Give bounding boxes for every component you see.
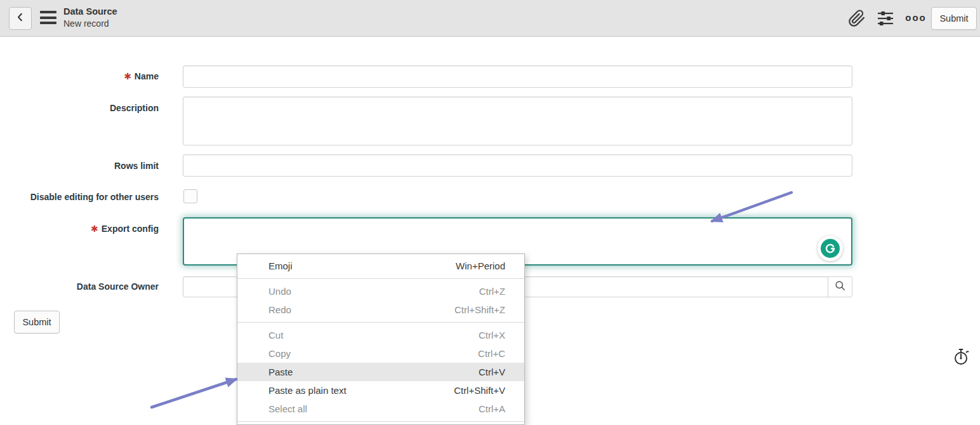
shortcut-hint: Ctrl+A xyxy=(479,403,505,414)
shortcut-hint: Win+Period xyxy=(456,260,505,271)
context-menu-item-copy: Copy Ctrl+C xyxy=(237,344,524,363)
search-icon xyxy=(834,280,847,295)
record-type-title: Data Source xyxy=(63,6,117,18)
name-label: ✱Name xyxy=(6,70,159,83)
grammarly-g-logo xyxy=(821,239,840,258)
menu-separator xyxy=(237,421,524,422)
record-subtitle: New record xyxy=(63,18,117,30)
menu-separator xyxy=(237,322,524,323)
header-submit-button[interactable]: Submit xyxy=(931,7,977,30)
context-menu-item-paste[interactable]: Paste Ctrl+V xyxy=(237,363,524,381)
context-menu-item-emoji[interactable]: Emoji Win+Period xyxy=(237,257,524,275)
menu-separator xyxy=(237,278,524,279)
paperclip-icon[interactable] xyxy=(848,9,866,30)
footer-submit-button[interactable]: Submit xyxy=(14,311,60,334)
context-menu-item-paste-plain[interactable]: Paste as plain text Ctrl+Shift+V xyxy=(237,381,524,400)
shortcut-hint: Ctrl+Z xyxy=(479,286,505,297)
browser-context-menu: Emoji Win+Period Undo Ctrl+Z Redo Ctrl+S… xyxy=(237,253,525,425)
data-source-owner-label: Data Source Owner xyxy=(6,280,159,293)
disable-editing-checkbox[interactable] xyxy=(183,189,197,203)
required-marker: ✱ xyxy=(91,224,98,234)
shortcut-hint: Ctrl+V xyxy=(479,367,505,377)
more-options-icon[interactable]: ooo xyxy=(904,12,928,25)
export-config-label: ✱Export config xyxy=(6,222,159,235)
required-marker: ✱ xyxy=(124,71,131,81)
context-menu-item-redo: Redo Ctrl+Shift+Z xyxy=(237,300,524,319)
hamburger-menu-icon[interactable] xyxy=(40,11,56,26)
shortcut-hint: Ctrl+C xyxy=(478,348,505,359)
grammarly-icon[interactable] xyxy=(818,236,843,261)
description-label: Description xyxy=(6,102,159,114)
name-input[interactable] xyxy=(183,65,852,88)
description-textarea[interactable] xyxy=(183,97,852,145)
shortcut-hint: Ctrl+X xyxy=(479,330,505,341)
context-menu-item-select-all: Select all Ctrl+A xyxy=(237,400,524,418)
page-title: Data Source New record xyxy=(63,6,117,30)
annotation-arrow-paste xyxy=(152,379,236,407)
header-bar: Data Source New record ooo Submit xyxy=(0,0,980,37)
context-menu-item-undo: Undo Ctrl+Z xyxy=(237,282,524,300)
context-menu-item-cut: Cut Ctrl+X xyxy=(237,326,524,344)
disable-editing-label: Disable editing for other users xyxy=(6,191,159,203)
shortcut-hint: Ctrl+Shift+Z xyxy=(454,304,505,315)
rows-limit-input[interactable] xyxy=(183,154,852,177)
chevron-left-icon xyxy=(15,11,26,25)
response-time-stopwatch-icon[interactable] xyxy=(953,347,970,367)
shortcut-hint: Ctrl+Shift+V xyxy=(454,385,505,396)
personalize-sliders-icon[interactable] xyxy=(877,10,894,29)
back-button[interactable] xyxy=(9,7,32,30)
rows-limit-label: Rows limit xyxy=(6,159,159,172)
reference-lookup-button[interactable] xyxy=(828,276,852,297)
